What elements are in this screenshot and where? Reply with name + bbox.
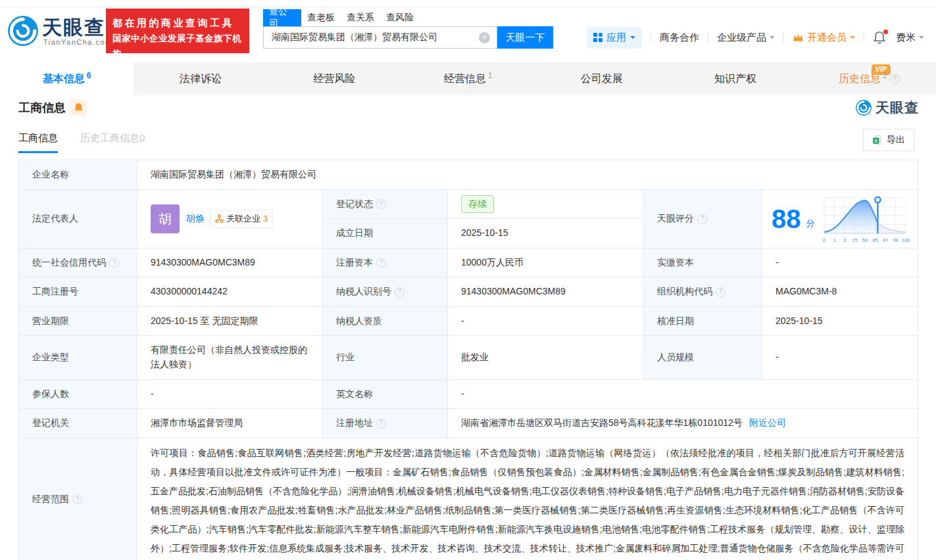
help-icon[interactable]: ? bbox=[716, 287, 726, 297]
related-count: 3 bbox=[263, 212, 268, 225]
field-label: 成立日期 bbox=[323, 219, 448, 248]
field-label: 组织机构代码? bbox=[644, 277, 762, 307]
industry-value: 批发业 bbox=[448, 336, 644, 380]
enterprise-products-menu[interactable]: 企业级产品 bbox=[717, 32, 775, 44]
promo-line1: 都在用的商业查询工具 bbox=[112, 15, 249, 31]
field-label: 实缴资本 bbox=[644, 248, 762, 277]
svg-text:85: 85 bbox=[872, 237, 877, 243]
svg-text:50: 50 bbox=[862, 237, 867, 243]
status-date-stack: 登记状态 ? 存续 成立日期 2025-10-15 bbox=[323, 190, 644, 248]
monitor-bell-button[interactable] bbox=[70, 99, 87, 116]
svg-text:1: 1 bbox=[833, 237, 835, 243]
field-label: 法定代表人 bbox=[19, 190, 137, 248]
username: 费米 bbox=[896, 32, 916, 44]
search-button[interactable]: 天眼一下 bbox=[497, 26, 553, 49]
field-label: 核准日期 bbox=[644, 307, 762, 336]
tab-operating-risk[interactable]: 经营风险 bbox=[268, 62, 401, 95]
notifications-bell[interactable] bbox=[873, 30, 887, 45]
subtab-business-info[interactable]: 工商信息 bbox=[18, 132, 58, 153]
tab-label: 经营风险 bbox=[313, 72, 355, 86]
status-badge: 存续 bbox=[461, 195, 494, 214]
help-icon[interactable]: ? bbox=[376, 199, 386, 209]
tab-company-development[interactable]: 公司发展 bbox=[535, 62, 668, 95]
tab-intellectual-property[interactable]: 知识产权 bbox=[668, 62, 802, 95]
svg-text:15: 15 bbox=[852, 237, 857, 243]
tianyancha-logo-icon[interactable] bbox=[7, 14, 39, 50]
business-info-table: 企业名称 湖南国际贸易集团（湘潭）贸易有限公司 法定代表人 胡 胡焕 关联企业 … bbox=[18, 160, 918, 560]
logo-title[interactable]: 天眼查 bbox=[42, 14, 105, 41]
search-input[interactable] bbox=[263, 26, 497, 49]
field-label: 人员规模 bbox=[644, 336, 762, 380]
notification-dot bbox=[883, 30, 888, 34]
help-icon[interactable]: ? bbox=[72, 494, 82, 504]
help-icon[interactable]: ? bbox=[376, 258, 386, 268]
field-label: 工商注册号 bbox=[19, 277, 137, 307]
score-value: 88 bbox=[772, 198, 801, 239]
vip-upgrade-menu[interactable]: 开通会员 bbox=[793, 32, 855, 44]
legal-rep-link[interactable]: 胡焕 bbox=[186, 212, 205, 226]
reg-address-value: 湖南省湘潭市岳塘区双马街道吉安路58号高科花漾年华1栋0101012号 bbox=[461, 416, 743, 431]
apps-label: 应用 bbox=[606, 32, 626, 44]
nearby-companies-link[interactable]: 附近公司 bbox=[749, 416, 786, 431]
tab-history-info[interactable]: VIP 历史信息2 ? bbox=[802, 62, 936, 95]
export-label: 导出 bbox=[887, 134, 905, 146]
export-button[interactable]: X 导出 bbox=[863, 129, 914, 151]
crown-icon bbox=[793, 33, 804, 43]
field-label: 营业期限 bbox=[19, 307, 137, 336]
help-icon[interactable]: ? bbox=[395, 287, 405, 297]
table-row: 登记机关 湘潭市市场监督管理局 注册地址? 湖南省湘潭市岳塘区双马街道吉安路58… bbox=[19, 409, 918, 438]
establish-date-value: 2025-10-15 bbox=[448, 219, 644, 248]
business-term-value: 2025-10-15 至 无固定期限 bbox=[137, 307, 323, 336]
table-row: 法定代表人 胡 胡焕 关联企业 3 登 bbox=[19, 190, 918, 248]
search-tab-company[interactable]: 查公司 bbox=[263, 9, 301, 26]
excel-icon: X bbox=[872, 135, 883, 146]
page: 天眼查 TianYanCha.com 都在用的商业查询工具 国家中小企业发展子基… bbox=[0, 0, 936, 560]
tab-count: 2 bbox=[883, 71, 887, 80]
field-label: 经营范围? bbox=[19, 438, 137, 560]
search-tab-relation[interactable]: 查关系 bbox=[341, 9, 380, 26]
vip-badge: VIP bbox=[872, 64, 891, 75]
help-icon[interactable]: ? bbox=[109, 258, 119, 268]
credit-code-value: 91430300MAG0MC3M89 bbox=[137, 248, 323, 277]
apps-grid-icon bbox=[593, 33, 603, 42]
english-name-value: - bbox=[448, 380, 918, 409]
table-row: 企业类型 有限责任公司（非自然人投资或控股的法人独资） 行业 批发业 人员规模 … bbox=[19, 336, 918, 380]
paid-capital-value: - bbox=[762, 248, 918, 277]
svg-text:99: 99 bbox=[893, 237, 898, 243]
tab-count: 1 bbox=[488, 71, 493, 80]
related-companies-badge[interactable]: 关联企业 3 bbox=[210, 210, 273, 228]
field-label: 注册地址? bbox=[323, 409, 448, 438]
company-detail-tabs: 基本信息6 法律诉讼 经营风险 经营信息1 公司发展 知识产权 VIP 历史信息… bbox=[0, 62, 936, 95]
promo-line2: 国家中小企业发展子基金旗下机构 bbox=[112, 31, 249, 61]
tab-legal-litigation[interactable]: 法律诉讼 bbox=[134, 62, 267, 95]
promo-banner: 都在用的商业查询工具 国家中小企业发展子基金旗下机构 bbox=[106, 9, 249, 53]
help-icon[interactable]: ? bbox=[890, 74, 900, 84]
business-cooperation-link[interactable]: 商务合作 bbox=[660, 32, 699, 44]
search-tab-boss[interactable]: 查老板 bbox=[301, 9, 341, 26]
business-scope-value: 许可项目：食品销售;食品互联网销售;酒类经营;房地产开发经营;道路货物运输（不含… bbox=[137, 438, 918, 560]
approval-date-value: 2025-10-15 bbox=[762, 307, 918, 336]
help-icon[interactable]: ? bbox=[376, 419, 386, 429]
tab-label: 基本信息 bbox=[43, 72, 85, 86]
apps-menu[interactable]: 应用 bbox=[587, 27, 642, 49]
vip-upgrade-label: 开通会员 bbox=[807, 32, 847, 44]
watermark-logo: 天眼查 bbox=[855, 99, 919, 117]
svg-text:X: X bbox=[874, 137, 877, 143]
search-clear-icon[interactable]: × bbox=[479, 32, 490, 43]
field-label: 企业类型 bbox=[19, 336, 137, 380]
field-label: 英文名称 bbox=[323, 380, 448, 409]
divider bbox=[864, 33, 864, 43]
svg-text:100: 100 bbox=[901, 237, 909, 243]
tianyancha-watermark-icon bbox=[855, 99, 872, 116]
user-menu[interactable]: 费米 bbox=[896, 32, 924, 44]
help-icon[interactable]: ? bbox=[697, 214, 707, 224]
avatar[interactable]: 胡 bbox=[151, 204, 180, 233]
subtab-history-business-info[interactable]: 历史工商信息0 bbox=[80, 132, 145, 153]
chevron-down-icon bbox=[850, 36, 855, 41]
search-tab-risk[interactable]: 查风险 bbox=[380, 9, 420, 26]
score-unit: 分 bbox=[806, 217, 815, 230]
watermark-text: 天眼查 bbox=[875, 99, 919, 117]
tab-operating-info[interactable]: 经营信息1 bbox=[401, 62, 535, 95]
reg-status-value: 存续 bbox=[448, 190, 644, 219]
tab-basic-info[interactable]: 基本信息6 bbox=[0, 62, 134, 95]
